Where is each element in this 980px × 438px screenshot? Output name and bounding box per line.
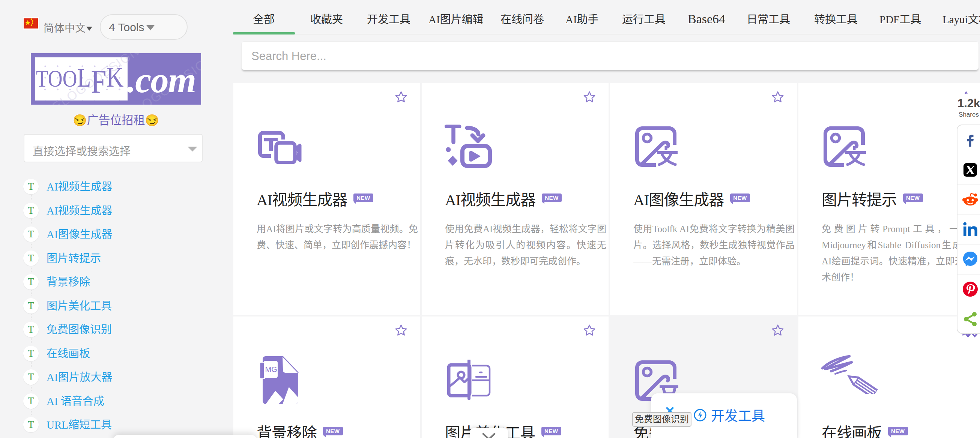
svg-text:MG: MG — [265, 365, 277, 373]
